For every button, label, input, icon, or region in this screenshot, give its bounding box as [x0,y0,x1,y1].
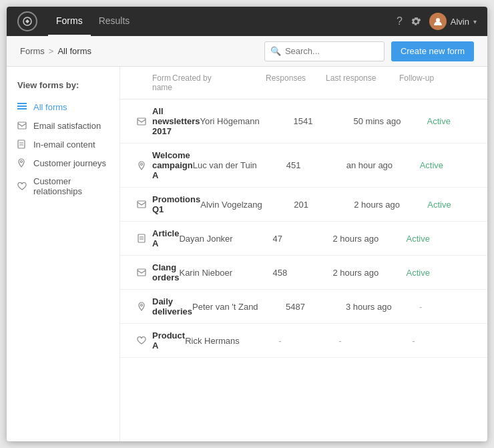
breadcrumb: Forms > All forms [20,46,264,56]
nav-tab-forms[interactable]: Forms [48,7,91,36]
location-icon [131,302,152,311]
form-last-response: 3 hours ago [346,302,419,312]
sidebar-title: View forms by: [17,80,119,90]
form-name[interactable]: Product A [152,330,185,351]
form-follow-up: Active [406,234,473,244]
article-icon [131,234,152,243]
svg-rect-20 [138,269,146,276]
form-responses: 5487 [286,302,346,312]
breadcrumb-current: All forms [57,46,91,56]
svg-point-9 [21,161,23,163]
table-row: Article A Dayan Jonker 47 2 hours ago Ac… [120,222,487,256]
help-icon[interactable]: ? [397,15,403,27]
form-responses: 451 [286,160,346,170]
email-icon [131,200,152,208]
logo[interactable] [17,11,37,31]
form-name[interactable]: Clang orders [152,262,179,282]
search-input[interactable] [285,46,379,56]
form-follow-up: Active [427,116,487,126]
heart-icon [17,181,28,192]
form-name[interactable]: Daily deliveries [152,296,192,316]
search-icon: 🔍 [270,46,281,56]
form-last-response: 2 hours ago [332,268,406,278]
forms-table: Form name Created by Responses Last resp… [120,67,487,441]
form-creator: Luc van der Tuin [193,160,286,170]
search-bar: 🔍 [264,41,385,61]
form-name[interactable]: Promotions Q1 [152,194,200,214]
svg-rect-10 [138,118,146,125]
user-menu[interactable]: Alvin ▾ [429,13,477,30]
table-header: Form name Created by Responses Last resp… [120,67,487,99]
form-responses: 47 [272,234,332,244]
form-name[interactable]: Article A [152,228,179,248]
form-last-response: 2 hours ago [332,234,406,244]
table-row: All newsletters 2017 Yori Högemann 1541 … [120,99,487,144]
document-icon [17,139,28,150]
breadcrumb-separator: > [49,46,54,56]
table-row: Welcome campaign A Luc van der Tuin 451 … [120,144,487,188]
col-last-response: Last response [326,73,399,92]
col-follow-up: Follow-up [399,73,466,92]
svg-rect-2 [17,103,27,104]
email-icon [131,268,152,276]
form-last-response: an hour ago [346,160,420,170]
create-new-form-button[interactable]: Create new form [391,41,474,61]
svg-point-21 [141,304,143,306]
form-name[interactable]: Welcome campaign A [152,150,193,180]
form-follow-up: Active [420,160,487,170]
heart-icon [131,337,152,345]
sidebar-item-label: All forms [33,102,67,112]
form-creator: Karin Nieboer [179,268,272,278]
subheader: Forms > All forms 🔍 Create new form [7,36,487,67]
table-row: Clang orders Karin Nieboer 458 2 hours a… [120,256,487,290]
col-responses: Responses [266,73,326,92]
col-form-name: Form name [152,73,172,92]
topnav: Forms Results ? Alvin ▾ [7,7,487,36]
nav-tab-results[interactable]: Results [91,7,138,36]
form-responses: 1541 [294,116,354,126]
form-last-response: 2 hours ago [354,200,427,210]
svg-rect-6 [18,140,25,148]
settings-icon[interactable] [411,16,421,27]
sidebar-item-label: Customer journeys [33,158,106,168]
form-creator: Peter van 't Zand [192,302,286,312]
form-creator: Alvin Vogelzang [200,200,294,210]
col-icon [131,73,152,92]
form-follow-up: - [412,336,479,346]
form-last-response: - [338,336,412,346]
svg-rect-12 [138,201,146,208]
col-created-by: Created by [172,73,266,92]
svg-point-11 [141,163,143,165]
form-name[interactable]: All newsletters 2017 [152,106,200,136]
form-creator: Yori Högemann [200,116,294,126]
table-row: Product A Rick Hermans - - - [120,324,487,358]
list-icon [17,101,28,112]
form-follow-up: - [419,302,486,312]
sidebar-item-in-email-content[interactable]: In-email content [17,136,119,153]
sidebar-item-email-satisfaction[interactable]: Email satisfaction [17,117,119,134]
form-creator: Dayan Jonker [179,234,272,244]
form-responses: 458 [272,268,332,278]
form-last-response: 50 mins ago [354,116,427,126]
svg-rect-3 [17,105,27,107]
svg-rect-5 [18,122,26,129]
sidebar-item-customer-relationships[interactable]: Customer relationships [17,173,119,200]
table-row: Daily deliveries Peter van 't Zand 5487 … [120,290,487,324]
form-follow-up: Active [427,200,487,210]
svg-rect-4 [17,108,27,109]
main-content: View forms by: All forms Email satisfact… [7,67,487,441]
sidebar-item-label: In-email content [33,140,95,150]
form-responses: 201 [294,200,354,210]
avatar [429,13,447,30]
sidebar-item-customer-journeys[interactable]: Customer journeys [17,154,119,172]
user-chevron-icon: ▾ [473,18,477,25]
form-creator: Rick Hermans [185,336,278,346]
sidebar: View forms by: All forms Email satisfact… [7,67,120,441]
breadcrumb-forms-link[interactable]: Forms [20,46,45,56]
sidebar-item-label: Customer relationships [33,176,114,196]
table-row: Promotions Q1 Alvin Vogelzang 201 2 hour… [120,188,487,222]
email-icon [17,120,28,131]
email-icon [131,118,152,126]
sidebar-item-all-forms[interactable]: All forms [17,98,119,116]
location-icon [17,158,28,168]
